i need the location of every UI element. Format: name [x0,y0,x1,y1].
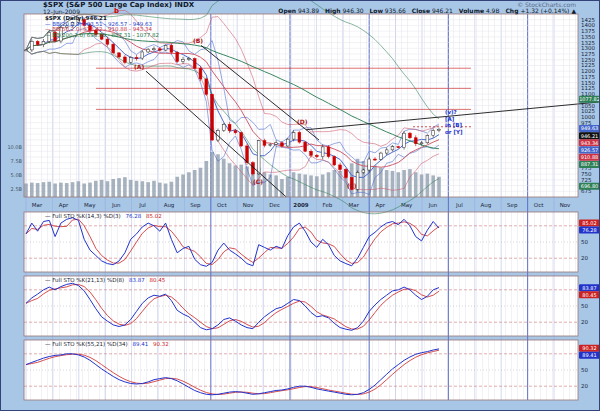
stoch-slow-legend: — Full STO %K(55,21) %D(34) 89.41 90.32 [45,341,169,347]
candle-body [310,151,313,155]
candle-body [438,129,441,130]
wave-label-A: (A) [134,63,144,70]
volume-value: 4.9B [486,7,500,14]
volume-bar [65,183,69,197]
candle-body [211,94,214,140]
candle-body [135,57,138,58]
month-label: Nov [560,202,571,208]
volume-bar [24,184,28,198]
candle-body [147,49,150,52]
low-label: Low [369,7,383,14]
stoch-tick-label: 50 [581,367,588,373]
candle-body [153,49,156,50]
volume-bar [210,152,214,197]
volume-bar [170,182,174,197]
stoch-fast-k-value: 76.28 [125,213,141,219]
stoch-medium-legend-label: — Full STO %K(21,13) %D(8) [45,277,124,283]
volume-bar [205,161,209,197]
wave-label-C: (C) [253,178,263,185]
stoch-tag-text: 80.45 [582,292,596,298]
stoch-slow-d-value: 90.32 [153,341,169,347]
chg-direction-icon: ▲ [571,7,576,14]
stoch-tag-text: 76.28 [582,227,596,233]
chart-date: 12-Jun-2009 [43,8,80,15]
candle-body [187,59,190,60]
stoch-medium-legend: — Full STO %K(21,13) %D(8) 83.87 80.45 [45,277,165,283]
month-label: Mar [32,202,43,208]
candle-body [275,143,278,145]
candle-body [286,139,289,146]
candle-body [193,59,196,69]
candle-body [129,57,132,62]
band-mid [26,30,439,167]
month-label: Apr [375,202,385,209]
candle-body [25,50,28,51]
candle-body [36,41,39,44]
volume-bar [181,175,185,198]
price-tick-label: 1225 [581,62,595,68]
candle-body [141,52,144,58]
candle-body [327,147,330,157]
volume-bar [123,177,127,197]
price-tick-label: 1375 [581,28,595,34]
overlay-legend: $SPX (Daily) 946.21 — BB(20,2.0) 903.51 … [45,16,159,38]
candle-body [263,141,266,146]
volume-bar [309,175,313,197]
volume-bar [239,165,243,197]
volume-axis-label: 10.0B [3,144,22,150]
price-tag-text: 1077.82 [579,96,600,102]
candle-body [240,133,243,146]
volume-bar [88,183,92,197]
wave-count-notes: (v)? [A] in [B] or [Y] [445,109,462,135]
volume-bar [164,184,168,198]
volume-bar [47,182,51,197]
volume-bar [402,170,406,197]
volume-bar [315,176,319,197]
candle-body [368,159,371,170]
candle-body [298,132,301,142]
volume-bar [234,166,238,198]
chg-value: +1.32 (+0.14%) [520,7,569,14]
open-label: Open [278,7,296,14]
candle-body [123,57,126,62]
volume-bar [100,180,104,197]
chart-canvas: MarAprMayJunJulAugSepOctNovDec2009FebMar… [1,1,600,411]
candle-body [426,135,429,142]
price-tick-label: 1125 [581,85,595,91]
stoch-tick-label: 50 [581,239,588,245]
candle-body [257,141,260,174]
volume-bar [431,175,435,197]
price-tick-label: 1175 [581,74,595,80]
volume-axis-label: 2.5B [3,186,22,192]
candle-body [222,124,225,130]
price-tag-text: 943.34 [581,140,599,146]
price-tick-label: 725 [581,177,592,183]
month-label: Aug [164,202,175,209]
month-label: May [401,202,413,209]
volume-label: Volume [459,7,484,14]
volume-bar [146,182,150,197]
stoch-slow-legend-label: — Full STO %K(55,21) %D(34) [45,341,128,347]
candle-body [106,39,109,44]
candle-body [315,155,318,156]
volume-bar [141,181,145,197]
high-label: High [325,7,341,14]
high-value: 946.30 [343,7,364,14]
price-tick-label: 750 [581,171,592,177]
volume-bar [245,166,249,197]
volume-bar [187,172,191,197]
month-label: Dec [269,202,280,208]
volume-bar [82,184,86,198]
candle-body [362,170,365,173]
price-tick-label: 1200 [581,68,595,74]
price-tick-label: 1425 [581,17,595,23]
band-mid [26,23,439,177]
volume-bar [30,183,34,197]
wave-note-3: in [B] [445,122,462,129]
month-label: Sep [190,202,201,209]
volume-bar [303,175,307,198]
stoch-tick-label: 50 [581,303,588,309]
stoch-fast-legend: — Full STO %K(14,3) %D(3) 76.28 85.02 [45,213,162,219]
volume-bar [135,181,139,197]
low-value: 935.66 [385,7,406,14]
